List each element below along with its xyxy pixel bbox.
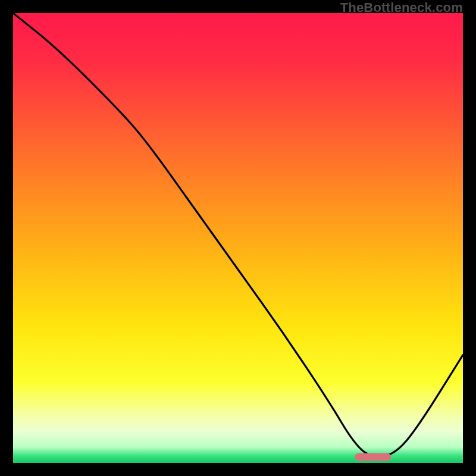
optimal-range-marker bbox=[355, 453, 391, 461]
chart-frame bbox=[13, 13, 463, 463]
bottleneck-chart bbox=[13, 13, 463, 463]
gradient-background bbox=[13, 13, 463, 463]
